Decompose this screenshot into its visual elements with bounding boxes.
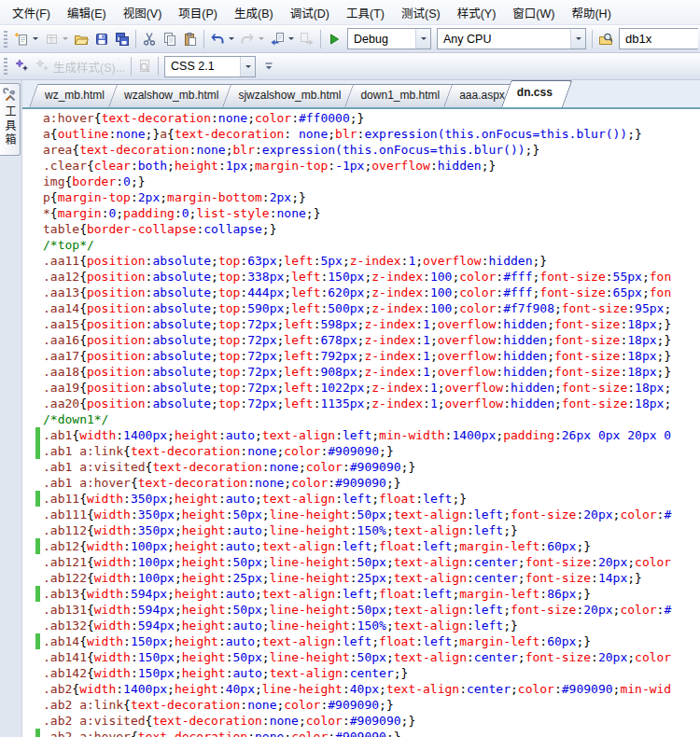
selection-margin[interactable]: [22, 189, 43, 205]
new-item-button[interactable]: [11, 29, 41, 49]
selection-margin[interactable]: [22, 364, 43, 380]
code-line[interactable]: .aa14{position:absolute;top:590px;left:5…: [22, 300, 700, 316]
code-line[interactable]: .aa11{position:absolute;top:63px;left:5p…: [22, 253, 700, 269]
selection-margin[interactable]: [22, 237, 43, 253]
selection-margin[interactable]: [22, 221, 43, 237]
code-line[interactable]: .ab111{width:350px;height:50px;line-heig…: [22, 507, 700, 522]
selection-margin[interactable]: [22, 316, 43, 332]
code-line[interactable]: .ab14{width:150px;height:auto;text-align…: [22, 633, 700, 649]
start-debug-button[interactable]: [324, 29, 344, 49]
code-line[interactable]: .ab13{width:594px;height:auto;text-align…: [22, 586, 700, 602]
code-line[interactable]: .ab12{width:100px;height:auto;text-align…: [22, 538, 700, 554]
selection-margin[interactable]: [22, 269, 43, 285]
menu-view[interactable]: 视图(V): [115, 0, 171, 25]
tab-down1-mb-html[interactable]: down1_mb.html: [344, 84, 450, 107]
selection-margin[interactable]: [22, 649, 43, 665]
code-line[interactable]: .aa13{position:absolute;top:444px;left:6…: [22, 285, 700, 300]
css-version-combo[interactable]: CSS 2.1: [164, 56, 256, 77]
menu-help[interactable]: 帮助(H): [563, 0, 619, 25]
selection-margin[interactable]: [22, 586, 43, 602]
menu-build[interactable]: 生成(B): [226, 0, 282, 25]
selection-margin[interactable]: [22, 697, 43, 713]
tab-dn-css[interactable]: dn.css: [501, 80, 563, 107]
code-line[interactable]: .ab2 a:hover{text-decoration:none;color:…: [22, 729, 700, 737]
menu-debug[interactable]: 调试(D): [282, 0, 338, 25]
code-line[interactable]: .ab131{width:594px;height:50px;line-heig…: [22, 602, 700, 618]
code-line[interactable]: .aa16{position:absolute;top:72px;left:67…: [22, 332, 700, 348]
selection-margin[interactable]: [22, 554, 43, 570]
selection-margin[interactable]: [22, 475, 43, 491]
selection-margin[interactable]: [22, 348, 43, 364]
selection-margin[interactable]: [22, 729, 43, 737]
selection-margin[interactable]: [22, 522, 43, 538]
code-line[interactable]: .aa20{position:absolute;top:72px;left:11…: [22, 396, 700, 411]
selection-margin[interactable]: [22, 126, 43, 142]
copy-button[interactable]: [160, 29, 180, 49]
code-line[interactable]: .ab121{width:100px;height:50px;line-heig…: [22, 554, 700, 570]
save-button[interactable]: [91, 29, 112, 49]
code-line[interactable]: .ab1 a:visited{text-decoration:none;colo…: [22, 459, 700, 475]
code-line[interactable]: /*down1*/: [22, 411, 700, 427]
selection-margin[interactable]: [22, 618, 43, 633]
undo-button[interactable]: [207, 29, 237, 49]
menu-test[interactable]: 测试(S): [393, 0, 449, 25]
open-file-button[interactable]: [71, 29, 91, 49]
selection-margin[interactable]: [22, 665, 43, 681]
chevron-down-icon[interactable]: [240, 57, 255, 76]
code-line[interactable]: .aa12{position:absolute;top:338px;left:1…: [22, 269, 700, 285]
code-line[interactable]: .ab2{width:1400px;height:40px;line-heigh…: [22, 681, 700, 697]
code-line[interactable]: a{outline:none;}a{text-decoration: none;…: [22, 126, 700, 142]
menu-style[interactable]: 样式(Y): [449, 0, 505, 25]
selection-margin[interactable]: [22, 380, 43, 396]
chevron-down-icon[interactable]: [415, 29, 430, 49]
tab-sjwzalshow-mb-html[interactable]: sjwzalshow_mb.html: [222, 84, 351, 107]
menu-project[interactable]: 项目(P): [170, 0, 226, 25]
selection-margin[interactable]: [22, 300, 43, 316]
code-editor[interactable]: a:hover{text-decoration:none;color:#ff00…: [22, 109, 700, 737]
selection-margin[interactable]: [22, 538, 43, 554]
tab-wz-mb-html[interactable]: wz_mb.html: [29, 84, 115, 107]
code-line[interactable]: .aa18{position:absolute;top:72px;left:90…: [22, 364, 700, 380]
code-line[interactable]: .aa17{position:absolute;top:72px;left:79…: [22, 348, 700, 364]
code-line[interactable]: table{border-collapse:collapse;}: [22, 221, 700, 237]
menu-file[interactable]: 文件(F): [4, 0, 59, 25]
code-line[interactable]: .aa15{position:absolute;top:72px;left:59…: [22, 316, 700, 332]
find-in-files-button[interactable]: [595, 29, 616, 49]
selection-margin[interactable]: [22, 713, 43, 729]
find-input[interactable]: [619, 28, 698, 49]
code-line[interactable]: .ab142{width:150px;height:auto;text-alig…: [22, 665, 700, 681]
toolbar-overflow-button[interactable]: [260, 56, 271, 76]
selection-margin[interactable]: [22, 443, 43, 459]
code-line[interactable]: .ab1 a:hover{text-decoration:none;color:…: [22, 475, 700, 491]
selection-margin[interactable]: [22, 570, 43, 586]
code-line[interactable]: .ab2 a:visited{text-decoration:none;colo…: [22, 713, 700, 729]
code-line[interactable]: .aa19{position:absolute;top:72px;left:10…: [22, 380, 700, 396]
code-line[interactable]: /*top*/: [22, 237, 700, 253]
code-line[interactable]: .ab122{width:100px;height:25px;line-heig…: [22, 570, 700, 586]
code-line[interactable]: .ab112{width:350px;height:auto;line-heig…: [22, 522, 700, 538]
selection-margin[interactable]: [22, 253, 43, 269]
selection-margin[interactable]: [22, 411, 43, 427]
menu-window[interactable]: 窗口(W): [504, 0, 563, 25]
code-line[interactable]: .ab11{width:350px;height:auto;text-align…: [22, 491, 700, 507]
code-line[interactable]: *{margin:0;padding:0;list-style:none;}: [22, 205, 700, 221]
chevron-down-icon[interactable]: [570, 29, 585, 49]
code-line[interactable]: p{margin-top:2px;margin-bottom:2px;}: [22, 189, 700, 205]
menu-edit[interactable]: 编辑(E): [59, 0, 115, 25]
toolbar-grip[interactable]: [4, 58, 7, 75]
menu-tools[interactable]: 工具(T): [338, 0, 393, 25]
code-line[interactable]: .ab2 a:link{text-decoration:none;color:#…: [22, 697, 700, 713]
selection-margin[interactable]: [22, 142, 43, 158]
selection-margin[interactable]: [22, 507, 43, 522]
selection-margin[interactable]: [22, 633, 43, 649]
code-line[interactable]: a:hover{text-decoration:none;color:#ff00…: [22, 110, 700, 126]
code-line[interactable]: .ab1 a:link{text-decoration:none;color:#…: [22, 443, 700, 459]
selection-margin[interactable]: [22, 491, 43, 507]
selection-margin[interactable]: [22, 285, 43, 300]
selection-margin[interactable]: [22, 459, 43, 475]
platform-combo[interactable]: Any CPU: [437, 28, 586, 49]
code-line[interactable]: .ab141{width:150px;height:50px;line-heig…: [22, 649, 700, 665]
toolbox-tab[interactable]: 工具箱: [0, 83, 21, 156]
navigate-backward-button[interactable]: [267, 29, 297, 49]
code-line[interactable]: .ab132{width:594px;height:auto;line-heig…: [22, 618, 700, 633]
